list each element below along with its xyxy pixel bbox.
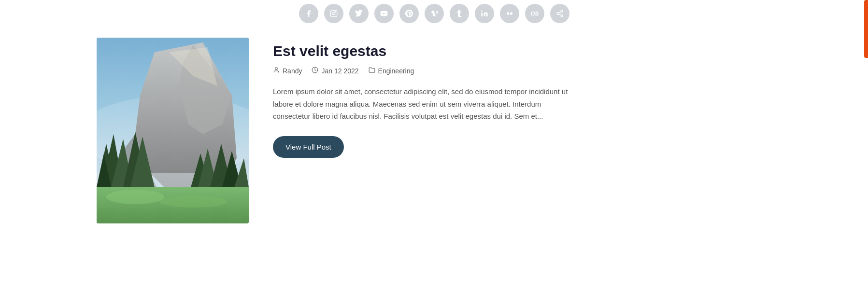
lastfm-icon[interactable] [525, 4, 544, 23]
post-content: Est velit egestas Randy Jan 12 2022 [273, 38, 771, 158]
youtube-icon[interactable] [374, 4, 394, 23]
svg-rect-0 [330, 10, 337, 16]
post-meta: Randy Jan 12 2022 Engineering [273, 67, 771, 75]
svg-point-29 [106, 190, 164, 204]
instagram-icon[interactable] [324, 4, 343, 23]
svg-point-32 [275, 68, 278, 70]
flickr-icon[interactable] [500, 4, 519, 23]
svg-point-30 [159, 196, 227, 208]
tumblr-icon[interactable] [450, 4, 469, 23]
svg-point-2 [335, 12, 336, 12]
post-image-container [97, 38, 249, 223]
svg-point-5 [510, 12, 512, 14]
author-icon [273, 67, 280, 75]
post-category: Engineering [378, 67, 414, 75]
facebook-icon[interactable] [299, 4, 318, 23]
pinterest-icon[interactable] [399, 4, 419, 23]
post-date: Jan 12 2022 [321, 67, 358, 75]
svg-line-10 [558, 12, 561, 13]
author-meta: Randy [273, 67, 302, 75]
svg-point-8 [561, 15, 563, 17]
folder-icon [369, 67, 375, 75]
view-full-post-button[interactable]: View Full Post [273, 136, 344, 158]
svg-point-3 [481, 10, 483, 12]
svg-point-6 [561, 10, 563, 12]
clock-icon [312, 67, 318, 75]
post-excerpt: Lorem ipsum dolor sit amet, consectetur … [273, 85, 572, 123]
vimeo-icon[interactable] [425, 4, 444, 23]
svg-point-1 [332, 12, 335, 14]
date-meta: Jan 12 2022 [312, 67, 358, 75]
scroll-indicator [864, 0, 868, 58]
twitter-icon[interactable] [349, 4, 369, 23]
author-name: Randy [283, 67, 302, 75]
share-icon[interactable] [550, 4, 569, 23]
social-bar [0, 0, 868, 38]
svg-point-4 [507, 12, 509, 14]
main-content: Est velit egestas Randy Jan 12 2022 [0, 38, 868, 252]
post-card: Est velit egestas Randy Jan 12 2022 [97, 38, 771, 223]
category-meta: Engineering [369, 67, 414, 75]
post-image [97, 38, 249, 223]
svg-point-7 [557, 13, 559, 14]
svg-line-9 [558, 14, 561, 15]
linkedin-icon[interactable] [475, 4, 494, 23]
post-title: Est velit egestas [273, 42, 771, 60]
